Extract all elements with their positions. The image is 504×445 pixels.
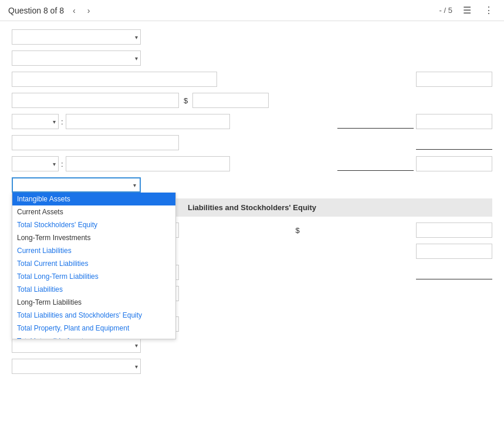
page-count: - / 5 (439, 6, 452, 15)
input-10a[interactable] (416, 244, 492, 259)
list-icon-button[interactable]: ☰ (461, 4, 473, 17)
select-wrapper-5 (12, 114, 59, 129)
select-wrapper-15 (12, 359, 141, 374)
row-1 (12, 29, 492, 45)
dropdown-item-current-liabilities[interactable]: Current Liabilities (12, 244, 175, 257)
input-9b[interactable] (416, 222, 492, 238)
select-wrapper-2 (12, 50, 141, 66)
field-group-7b (337, 156, 492, 171)
colon-5: : (61, 117, 63, 126)
row-5: : (12, 114, 492, 129)
row-8: ▾ Intangible AssetsCurrent AssetsTotal S… (12, 177, 492, 193)
top-bar-right: - / 5 ☰ ⋮ (439, 4, 496, 17)
input-6a[interactable] (12, 135, 179, 150)
row-2 (12, 50, 492, 66)
dropdown-item-total-stockholders-equity[interactable]: Total Stockholders' Equity (12, 218, 175, 231)
dollar-sign-2: $ (295, 226, 299, 235)
colon-7: : (61, 160, 63, 168)
row-3 (12, 72, 492, 87)
dropdown-list: Intangible AssetsCurrent AssetsTotal Sto… (12, 193, 176, 339)
dropdown-trigger[interactable]: ▾ (12, 177, 141, 193)
select-1[interactable] (12, 29, 141, 45)
dropdown-item-current-assets[interactable]: Current Assets (12, 205, 175, 218)
next-button[interactable]: › (84, 5, 93, 16)
dropdown-item-total-liabilities[interactable]: Total Liabilities (12, 283, 175, 296)
dropdown-arrow-icon: ▾ (133, 182, 136, 188)
dropdown-item-total-long-term-liabilities[interactable]: Total Long-Term Liabilities (12, 270, 175, 283)
top-bar: Question 8 of 8 ‹ › - / 5 ☰ ⋮ (0, 0, 504, 21)
select-5[interactable] (12, 114, 59, 129)
dropdown-item-intangible-assets[interactable]: Intangible Assets (12, 193, 175, 205)
field-group-5b (337, 114, 492, 129)
prev-button[interactable]: ‹ (70, 5, 79, 16)
field-group-7: : (12, 156, 230, 171)
input-4a[interactable] (12, 93, 179, 108)
dollar-sign-1: $ (184, 96, 188, 105)
dropdown-item-total-intangible-assets[interactable]: Total Intangible Assets (12, 335, 175, 339)
select-15[interactable] (12, 359, 141, 374)
select-wrapper-7 (12, 156, 59, 171)
input-7a[interactable] (66, 156, 230, 171)
row-4: $ (12, 93, 492, 108)
input-4b[interactable] (192, 93, 269, 108)
row-6 (12, 135, 492, 150)
row-7: : (12, 156, 492, 171)
input-7b[interactable] (337, 157, 414, 171)
row-15 (12, 359, 492, 374)
dropdown-item-long-term-liabilities[interactable]: Long-Term Liabilities (12, 296, 175, 309)
menu-icon-button[interactable]: ⋮ (482, 4, 496, 17)
field-group-5: : (12, 114, 230, 129)
dropdown-item-total-liabilities-and-stockholders-equity[interactable]: Total Liabilities and Stockholders' Equi… (12, 309, 175, 322)
input-5a[interactable] (66, 114, 230, 129)
input-3a[interactable] (12, 72, 217, 87)
top-bar-left: Question 8 of 8 ‹ › (8, 5, 93, 16)
select-wrapper-1 (12, 29, 141, 45)
question-label: Question 8 of 8 (8, 6, 64, 15)
dropdown-item-long-term-investments[interactable]: Long-Term Investments (12, 231, 175, 244)
select-2[interactable] (12, 50, 141, 66)
select-7[interactable] (12, 156, 59, 171)
dropdown-container: ▾ Intangible AssetsCurrent AssetsTotal S… (12, 177, 141, 193)
dropdown-item-total-current-liabilities[interactable]: Total Current Liabilities (12, 257, 175, 270)
input-11b[interactable] (416, 265, 492, 279)
input-5c[interactable] (416, 114, 492, 129)
input-5b[interactable] (337, 114, 414, 129)
row-14 (12, 338, 492, 353)
dropdown-item-total-property-plant-equipment[interactable]: Total Property, Plant and Equipment (12, 322, 175, 335)
main-content: $ : : (0, 21, 504, 445)
select-14[interactable] (12, 338, 141, 353)
input-6b[interactable] (416, 136, 492, 150)
input-3b[interactable] (416, 72, 492, 87)
select-wrapper-14 (12, 338, 141, 353)
input-7c[interactable] (416, 156, 492, 171)
